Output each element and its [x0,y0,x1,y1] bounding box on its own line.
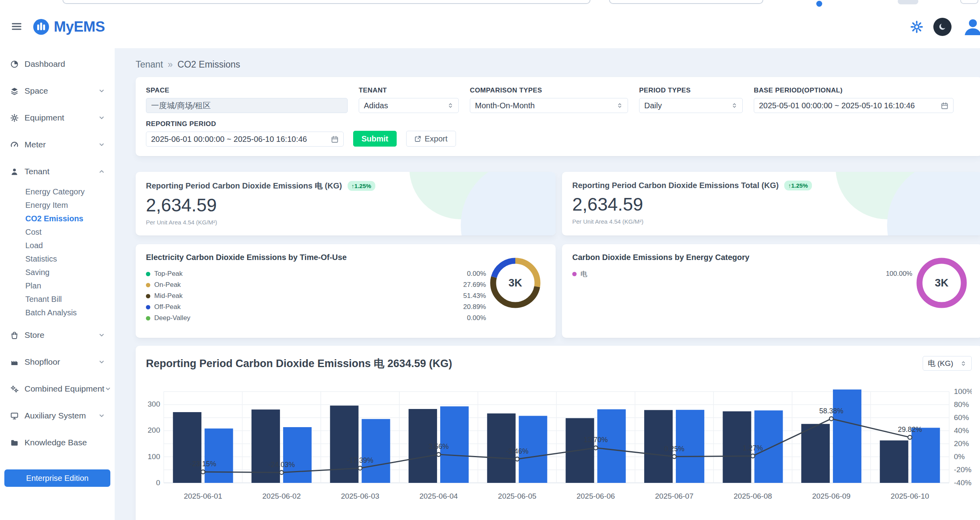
space-input[interactable] [151,101,342,110]
knowledge-base-icon [10,439,19,447]
legend-item-on-peak[interactable]: On-Peak27.69% [146,279,486,290]
sidebar-subitem-saving[interactable]: Saving [0,266,115,279]
tenant-select[interactable]: Adidas [359,98,459,113]
reporting-period-label: REPORTING PERIOD [146,120,344,128]
category-donut-chart: 3K [914,255,969,311]
category-legend: 电100.00% [572,268,912,279]
legend-label: 电 [581,269,587,279]
legend-item-off-peak[interactable]: Off-Peak20.89% [146,301,486,313]
period-types-value: Daily [644,101,662,110]
breadcrumb-separator: » [168,59,173,70]
legend-dot [146,305,150,309]
legend-item-top-peak[interactable]: Top-Peak0.00% [146,268,486,279]
legend-percentage: 20.89% [463,303,486,311]
sidebar-subitem-co2-emissions[interactable]: CO2 Emissions [0,212,115,225]
trend-chart-title: Reporting Period Carbon Dioxide Emission… [146,356,452,371]
reporting-period-input[interactable] [151,135,327,144]
equipment-icon [10,114,19,122]
browser-chrome-fragment [898,0,918,4]
legend-label: Mid-Peak [154,292,183,300]
bar-reporting-period [362,419,390,483]
metric-trend-badge: ↑1.25% [784,181,812,190]
sidebar-item-meter[interactable]: Meter [0,134,115,155]
sidebar-item-shopfloor[interactable]: Shopfloor [0,352,115,372]
brand-logo[interactable]: MyEMS [33,19,105,35]
base-period-input[interactable] [759,101,937,110]
comparison-types-select[interactable]: Month-On-Month [470,98,628,113]
tenant-label: TENANT [359,87,459,94]
chevron-down-icon [104,385,112,392]
sidebar-item-label: Tenant [25,167,98,176]
settings-gear-icon[interactable] [910,21,923,33]
theme-toggle-button[interactable] [933,18,952,36]
tenant-icon [10,168,19,176]
sidebar-item-combined-equipment[interactable]: Combined Equipment [0,379,115,399]
left-axis-tick: 100 [148,452,160,461]
legend-item-item[interactable]: 电100.00% [572,268,912,279]
tenant-select-value: Adidas [364,101,388,110]
sidebar-item-store[interactable]: Store [0,325,115,345]
line-marker [201,470,205,474]
base-period-label: BASE PERIOD(OPTIONAL) [754,87,954,94]
legend-percentage: 27.69% [463,281,486,289]
tou-legend: Top-Peak0.00%On-Peak27.69%Mid-Peak51.43%… [146,268,486,324]
right-axis-tick: 20% [954,439,969,448]
sidebar-item-knowledge-base[interactable]: Knowledge Base [0,432,115,453]
user-avatar-icon[interactable] [962,16,980,38]
sidebar-item-equipment[interactable]: Equipment [0,107,115,128]
left-axis-tick: 200 [148,426,160,434]
bar-reporting-period [912,428,940,483]
submit-button[interactable]: Submit [353,131,397,147]
bar-base-period [330,405,359,483]
browser-chrome-fragment [62,0,590,4]
metric-subtitle: Per Unit Area 4.54 (KG/M²) [572,218,972,225]
sidebar-subitem-batch-analysis[interactable]: Batch Analysis [0,306,115,319]
sidebar-submenu-tenant: Energy CategoryEnergy ItemCO2 EmissionsC… [0,185,115,319]
legend-label: Off-Peak [154,303,181,311]
legend-label: Top-Peak [154,270,183,278]
browser-chrome-fragment [960,0,978,4]
sidebar-subitem-cost[interactable]: Cost [0,225,115,239]
legend-item-mid-peak[interactable]: Mid-Peak51.43% [146,290,486,301]
sidebar-subitem-energy-item[interactable]: Energy Item [0,198,115,212]
increment-rate-label: 0.25% [664,445,684,453]
sidebar-subitem-energy-category[interactable]: Energy Category [0,185,115,198]
sidebar-subitem-statistics[interactable]: Statistics [0,252,115,266]
caret-updown-icon [617,102,623,109]
legend-item-left: Top-Peak [146,270,183,278]
sidebar-item-dashboard[interactable]: Dashboard [0,54,115,74]
enterprise-edition-button[interactable]: Enterprise Edition [4,469,110,487]
sidebar-subitem-load[interactable]: Load [0,239,115,252]
donut-center-label: 3K [509,277,522,289]
legend-item-left: Deep-Valley [146,314,190,322]
export-button[interactable]: Export [406,131,456,147]
sidebar-subitem-tenant-bill[interactable]: Tenant Bill [0,292,115,306]
calendar-icon[interactable] [941,102,948,109]
chevron-down-icon [98,332,105,339]
shopfloor-icon [10,358,19,366]
calendar-icon[interactable] [331,136,339,143]
legend-dot [146,283,150,287]
comparison-types-label: COMPARISON TYPES [470,87,628,94]
sidebar-item-label: Space [25,86,98,96]
legend-item-left: On-Peak [146,281,181,289]
bar-reporting-period [833,390,861,483]
filter-panel: SPACE TENANT Adidas COMPARISON TYPES Mon… [136,77,980,156]
sidebar-item-auxiliary-system[interactable]: Auxiliary System [0,405,115,426]
left-axis-tick: 0 [156,479,160,487]
sidebar: DashboardSpaceEquipmentMeterTenantEnergy… [0,48,115,520]
sidebar-subitem-plan[interactable]: Plan [0,279,115,292]
legend-item-deep-valley[interactable]: Deep-Valley0.00% [146,313,486,324]
bar-reporting-period [283,427,312,483]
legend-item-left: Mid-Peak [146,292,183,300]
tou-card-title: Electricity Carbon Dioxide Emissions by … [146,253,545,262]
sidebar-item-tenant[interactable]: Tenant [0,161,115,182]
unit-select[interactable]: 电 (KG) [923,356,972,371]
sidebar-item-space[interactable]: Space [0,81,115,101]
trend-chart-card: Reporting Period Carbon Dioxide Emission… [136,346,980,520]
period-types-select[interactable]: Daily [639,98,743,113]
x-axis-label: 2025-06-09 [812,492,850,500]
hamburger-menu-icon[interactable] [10,21,23,33]
breadcrumb-tenant[interactable]: Tenant [136,59,163,70]
trend-chart: 100%80%60%40%20%0%-20%-40%0100200300-23.… [146,381,972,507]
